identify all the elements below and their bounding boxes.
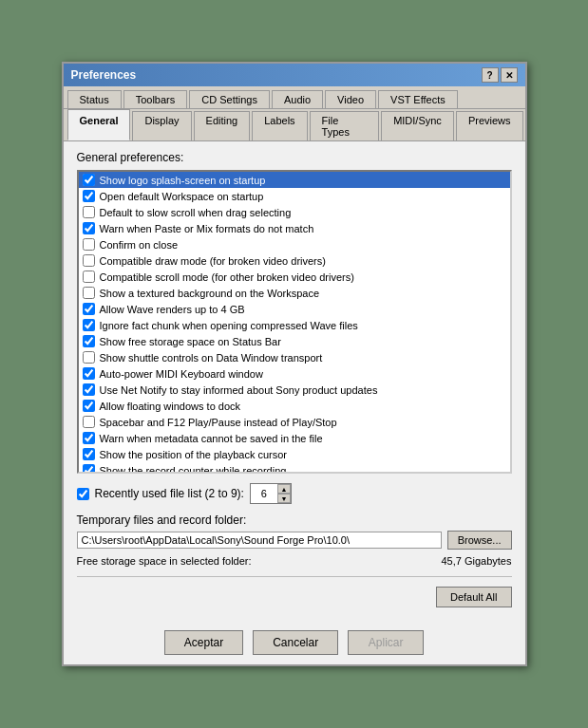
list-item[interactable]: Confirm on close xyxy=(79,236,510,252)
list-item[interactable]: Show the record counter while recording xyxy=(79,462,510,474)
preferences-dialog: Preferences ? ✕ Status Toolbars CD Setti… xyxy=(62,62,527,666)
default-all-button[interactable]: Default All xyxy=(436,587,512,607)
checkbox-label-5: Compatible draw mode (for broken video d… xyxy=(100,255,326,267)
checkbox-label-3: Warn when Paste or Mix formats do not ma… xyxy=(100,223,314,234)
close-button[interactable]: ✕ xyxy=(501,67,518,83)
list-item[interactable]: Show free storage space on Status Bar xyxy=(79,333,510,349)
checkbox-label-10: Show free storage space on Status Bar xyxy=(100,336,281,347)
checkbox-1[interactable] xyxy=(83,190,95,202)
preferences-list[interactable]: Show logo splash-screen on startup Open … xyxy=(77,170,512,474)
cancel-button[interactable]: Cancelar xyxy=(253,630,338,655)
list-item[interactable]: Warn when metadata cannot be saved in th… xyxy=(79,430,510,446)
tab-video[interactable]: Video xyxy=(325,90,376,108)
list-item[interactable]: Compatible draw mode (for broken video d… xyxy=(79,252,510,269)
content-area: General preferences: Show logo splash-sc… xyxy=(64,141,525,623)
tab-editing[interactable]: Editing xyxy=(194,111,251,140)
list-item[interactable]: Open default Workspace on startup xyxy=(79,188,510,204)
checkbox-label-1: Open default Workspace on startup xyxy=(100,191,264,202)
free-storage-row: Free storage space in selected folder: 4… xyxy=(77,555,512,567)
tab-midi-sync[interactable]: MIDI/Sync xyxy=(381,111,454,140)
tab-previews[interactable]: Previews xyxy=(456,111,523,140)
checkbox-label-13: Use Net Notify to stay informed about So… xyxy=(100,384,378,396)
checkbox-label-15: Spacebar and F12 Play/Pause instead of P… xyxy=(100,417,337,428)
checkbox-label-11: Show shuttle controls on Data Window tra… xyxy=(100,352,323,364)
bottom-row: Default All xyxy=(77,587,512,607)
free-storage-value: 45,7 Gigabytes xyxy=(442,555,512,567)
checkbox-label-8: Allow Wave renders up to 4 GB xyxy=(100,304,245,315)
checkbox-label-16: Warn when metadata cannot be saved in th… xyxy=(100,433,323,444)
path-input[interactable] xyxy=(77,532,442,549)
list-item[interactable]: Auto-power MIDI Keyboard window xyxy=(79,365,510,382)
list-item[interactable]: Compatible scroll mode (for other broken… xyxy=(79,269,510,285)
checkbox-label-9: Ignore fact chunk when opening compresse… xyxy=(100,320,358,331)
tab-cd-settings[interactable]: CD Settings xyxy=(189,90,270,108)
title-bar: Preferences ? ✕ xyxy=(64,64,525,86)
checkbox-17[interactable] xyxy=(83,448,95,460)
list-item[interactable]: Warn when Paste or Mix formats do not ma… xyxy=(79,220,510,236)
checkbox-label-17: Show the position of the playback cursor xyxy=(100,449,288,460)
dialog-title: Preferences xyxy=(71,68,137,82)
checkbox-9[interactable] xyxy=(83,319,95,331)
recent-files-label: Recently used file list (2 to 9): xyxy=(95,487,244,500)
spinner-wrapper[interactable]: ▲ ▼ xyxy=(250,483,292,504)
checkbox-0[interactable] xyxy=(83,174,95,186)
checkbox-label-0: Show logo splash-screen on startup xyxy=(100,175,266,186)
help-button[interactable]: ? xyxy=(482,67,499,83)
spinner-arrows: ▲ ▼ xyxy=(277,484,291,503)
checkbox-6[interactable] xyxy=(83,271,95,283)
checkbox-label-4: Confirm on close xyxy=(100,239,179,251)
title-bar-buttons: ? ✕ xyxy=(482,67,518,83)
checkbox-3[interactable] xyxy=(83,222,95,234)
list-item[interactable]: Allow Wave renders up to 4 GB xyxy=(79,301,510,317)
checkbox-8[interactable] xyxy=(83,303,95,315)
checkbox-11[interactable] xyxy=(83,351,95,364)
spinner-down-button[interactable]: ▼ xyxy=(277,494,291,503)
checkbox-label-6: Compatible scroll mode (for other broken… xyxy=(100,271,354,283)
tab-display[interactable]: Display xyxy=(132,111,191,140)
checkbox-14[interactable] xyxy=(83,400,95,412)
temp-folder-label: Temporary files and record folder: xyxy=(77,513,512,527)
checkbox-label-14: Allow floating windows to dock xyxy=(100,401,241,412)
recent-files-value[interactable] xyxy=(251,487,277,500)
tab-vst-effects[interactable]: VST Effects xyxy=(378,90,458,108)
recent-files-checkbox[interactable] xyxy=(77,488,89,500)
free-storage-label: Free storage space in selected folder: xyxy=(77,555,252,567)
tab-status[interactable]: Status xyxy=(67,90,122,108)
list-item[interactable]: Show the position of the playback cursor xyxy=(79,446,510,462)
checkbox-12[interactable] xyxy=(83,367,95,380)
list-item[interactable]: Spacebar and F12 Play/Pause instead of P… xyxy=(79,414,510,430)
recent-files-row: Recently used file list (2 to 9): ▲ ▼ xyxy=(77,483,512,504)
list-item[interactable]: Allow floating windows to dock xyxy=(79,398,510,414)
action-buttons-row: Aceptar Cancelar Aplicar xyxy=(64,623,525,664)
list-item[interactable]: Default to slow scroll when drag selecti… xyxy=(79,204,510,220)
tab-toolbars[interactable]: Toolbars xyxy=(123,90,188,108)
list-item[interactable]: Show logo splash-screen on startup xyxy=(79,172,510,188)
list-item[interactable]: Ignore fact chunk when opening compresse… xyxy=(79,317,510,333)
checkbox-10[interactable] xyxy=(83,335,95,347)
tab-general[interactable]: General xyxy=(67,109,131,140)
list-item[interactable]: Show a textured background on the Worksp… xyxy=(79,285,510,301)
tab-row-1: Status Toolbars CD Settings Audio Video … xyxy=(64,86,525,109)
ok-button[interactable]: Aceptar xyxy=(164,630,243,655)
apply-button[interactable]: Aplicar xyxy=(348,630,424,655)
checkbox-label-18: Show the record counter while recording xyxy=(100,465,287,475)
checkbox-7[interactable] xyxy=(83,287,95,299)
checkbox-label-12: Auto-power MIDI Keyboard window xyxy=(100,368,263,380)
checkbox-5[interactable] xyxy=(83,254,95,267)
checkbox-13[interactable] xyxy=(83,383,95,396)
checkbox-18[interactable] xyxy=(83,464,95,474)
checkbox-15[interactable] xyxy=(83,416,95,428)
tab-row-2: General Display Editing Labels File Type… xyxy=(64,109,525,141)
list-item[interactable]: Show shuttle controls on Data Window tra… xyxy=(79,349,510,365)
checkbox-16[interactable] xyxy=(83,432,95,444)
path-row: Browse... xyxy=(77,531,512,550)
tab-audio[interactable]: Audio xyxy=(272,90,323,108)
spinner-up-button[interactable]: ▲ xyxy=(277,484,291,494)
list-item[interactable]: Use Net Notify to stay informed about So… xyxy=(79,382,510,398)
checkbox-4[interactable] xyxy=(83,238,95,251)
browse-button[interactable]: Browse... xyxy=(447,531,512,550)
checkbox-2[interactable] xyxy=(83,206,95,218)
tab-labels[interactable]: Labels xyxy=(252,111,307,140)
tab-file-types[interactable]: File Types xyxy=(310,111,380,140)
checkbox-label-2: Default to slow scroll when drag selecti… xyxy=(100,207,292,218)
